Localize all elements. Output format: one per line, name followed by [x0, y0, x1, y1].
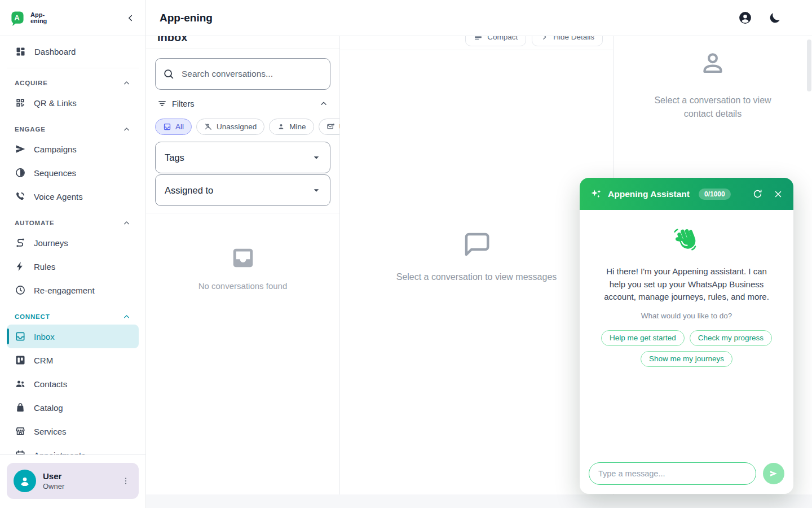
section-engage[interactable]: ENGAGE [15, 124, 131, 135]
sidebar-header: A App- ening [0, 0, 145, 36]
search-icon [162, 68, 175, 80]
search-input[interactable] [155, 58, 330, 90]
sidebar-item-appointments[interactable]: Appointments [7, 443, 139, 454]
chevron-right-icon [540, 36, 549, 41]
sidebar-item-qr-links[interactable]: QR & Links [7, 91, 139, 115]
sidebar-item-label: Catalog [34, 403, 63, 413]
contact-empty-text: Select a conversation to view contact de… [645, 94, 780, 121]
dashboard-icon [15, 46, 27, 58]
messages-empty-state: Select a conversation to view messages [340, 50, 613, 494]
qr-code-icon [15, 97, 26, 108]
messages-empty-text: Select a conversation to view messages [396, 272, 557, 282]
chip-mine[interactable]: Mine [269, 119, 314, 135]
chip-unassigned[interactable]: Unassigned [196, 119, 264, 135]
user-card[interactable]: User Owner [7, 463, 139, 499]
inbox-panel-title: Inbox [157, 36, 328, 45]
messages-panel: Compact Hide Details Select a conversati… [340, 36, 614, 494]
brand-logo-icon: A [9, 10, 26, 27]
sidebar-item-label: Rules [34, 262, 55, 271]
chevron-up-icon[interactable] [319, 99, 328, 108]
sidebar-item-re-engagement[interactable]: Re-engagement [7, 278, 139, 302]
user-name: User [43, 471, 64, 481]
hide-details-button[interactable]: Hide Details [532, 36, 603, 46]
sidebar-item-services[interactable]: Services [7, 419, 139, 443]
kanban-icon [15, 354, 26, 366]
user-role: Owner [43, 482, 64, 491]
refresh-icon[interactable] [752, 189, 763, 199]
search-conversations [155, 58, 330, 90]
sidebar-collapse-button[interactable] [125, 13, 135, 23]
section-acquire[interactable]: ACQUIRE [15, 77, 131, 89]
avatar [14, 470, 36, 492]
suggestion-show-journeys[interactable]: Show me my journeys [641, 351, 732, 367]
sidebar-item-voice-agents[interactable]: Voice Agents [7, 185, 139, 208]
clock-icon [15, 284, 26, 296]
sidebar-item-label: Contacts [34, 379, 67, 389]
assistant-greeting: Hi there! I'm your Appening assistant. I… [598, 265, 776, 304]
waving-hand-icon [672, 225, 701, 254]
sidebar-item-label: Sequences [34, 168, 76, 178]
sidebar-item-label: Voice Agents [34, 192, 83, 202]
assistant-input-bar [580, 456, 793, 494]
sidebar-item-dashboard[interactable]: Dashboard [7, 40, 139, 63]
sidebar-item-rules[interactable]: Rules [7, 255, 139, 278]
sidebar: A App- ening Dashboard ACQUIRE [0, 0, 146, 508]
assistant-body: Hi there! I'm your Appening assistant. I… [580, 210, 793, 456]
compact-button[interactable]: Compact [465, 36, 526, 46]
sidebar-item-crm[interactable]: CRM [7, 348, 139, 372]
people-icon [15, 378, 26, 389]
shopping-bag-icon [15, 402, 26, 413]
sidebar-item-inbox[interactable]: Inbox [7, 325, 139, 348]
sidebar-item-campaigns[interactable]: Campaigns [7, 137, 139, 161]
suggestion-get-started[interactable]: Help me get started [601, 330, 685, 346]
sparkles-icon [590, 188, 602, 200]
sidebar-item-label: Re-engagement [34, 286, 95, 295]
assistant-prompt: What would you like to do? [592, 312, 781, 320]
filters-header[interactable]: Filters [157, 99, 328, 108]
brand[interactable]: A App- ening [9, 10, 47, 27]
chat-bubble-icon [461, 229, 492, 260]
user-menu-dots-icon[interactable] [118, 474, 133, 488]
sidebar-item-catalog[interactable]: Catalog [7, 396, 139, 419]
chip-unread[interactable]: Unread [319, 119, 339, 135]
assistant-message-input[interactable] [589, 462, 756, 485]
sidebar-item-journeys[interactable]: Journeys [7, 231, 139, 255]
tags-select[interactable]: Tags [155, 142, 330, 173]
sidebar-item-contacts[interactable]: Contacts [7, 372, 139, 396]
chip-all[interactable]: All [155, 119, 192, 135]
mail-unread-icon [326, 122, 335, 131]
section-automate[interactable]: AUTOMATE [15, 217, 131, 229]
inbox-list-panel: Inbox Filters All [146, 36, 340, 494]
assistant-header: Appening Assistant 0/1000 [580, 178, 793, 210]
tags-select-label: Tags [165, 152, 184, 163]
suggestion-check-progress[interactable]: Check my progress [690, 330, 772, 346]
send-button[interactable] [763, 463, 784, 484]
top-header: App-ening [146, 0, 812, 36]
section-connect[interactable]: CONNECT [15, 311, 131, 322]
chevron-up-icon [122, 79, 131, 87]
sidebar-nav: Dashboard ACQUIRE QR & Links ENGAGE Camp… [0, 36, 145, 454]
inbox-empty-text: No conversations found [198, 281, 288, 291]
account-circle-icon[interactable] [738, 11, 752, 25]
sidebar-item-label: Campaigns [34, 144, 77, 154]
sidebar-item-label: Journeys [34, 238, 68, 248]
sidebar-item-label: Dashboard [34, 47, 76, 56]
chevron-up-icon [122, 125, 131, 134]
messages-toolbar: Compact Hide Details [340, 36, 613, 50]
compact-list-icon [474, 36, 483, 41]
filters-label: Filters [172, 99, 194, 108]
dark-mode-moon-icon[interactable] [768, 11, 782, 25]
assigned-to-select[interactable]: Assigned to [155, 174, 330, 206]
inbox-empty-icon [230, 245, 256, 271]
assigned-to-select-label: Assigned to [165, 185, 213, 196]
close-icon[interactable] [773, 189, 783, 199]
person-icon [277, 122, 285, 131]
page-title: App-ening [160, 12, 213, 24]
sidebar-item-label: Inbox [34, 332, 55, 341]
phone-call-icon [15, 191, 26, 202]
person-outline-icon [699, 50, 727, 78]
sidebar-item-sequences[interactable]: Sequences [7, 161, 139, 185]
sidebar-item-label: Services [34, 427, 67, 436]
brand-name: App- ening [30, 12, 47, 24]
page-scrollbar[interactable] [807, 40, 811, 91]
